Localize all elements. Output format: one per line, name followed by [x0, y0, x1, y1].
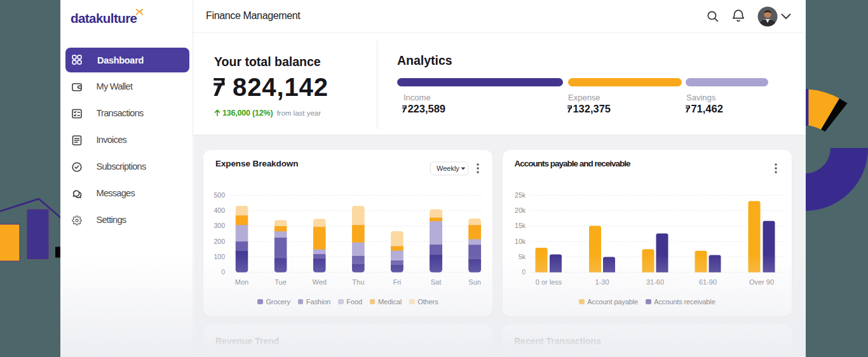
svg-text:200: 200 — [214, 238, 225, 245]
svg-text:Accounts payable and receivabl: Accounts payable and receivable — [514, 159, 631, 168]
svg-text:20k: 20k — [515, 206, 526, 214]
svg-text:400: 400 — [214, 206, 225, 214]
svg-text:300: 300 — [214, 222, 225, 229]
svg-text:25k: 25k — [515, 191, 526, 199]
svg-text:15k: 15k — [515, 222, 526, 229]
svg-text:Expense Breakdown: Expense Breakdown — [215, 159, 298, 168]
svg-text:500: 500 — [214, 191, 225, 199]
svg-text:10k: 10k — [515, 238, 526, 245]
svg-text:Weekly: Weekly — [437, 165, 459, 172]
